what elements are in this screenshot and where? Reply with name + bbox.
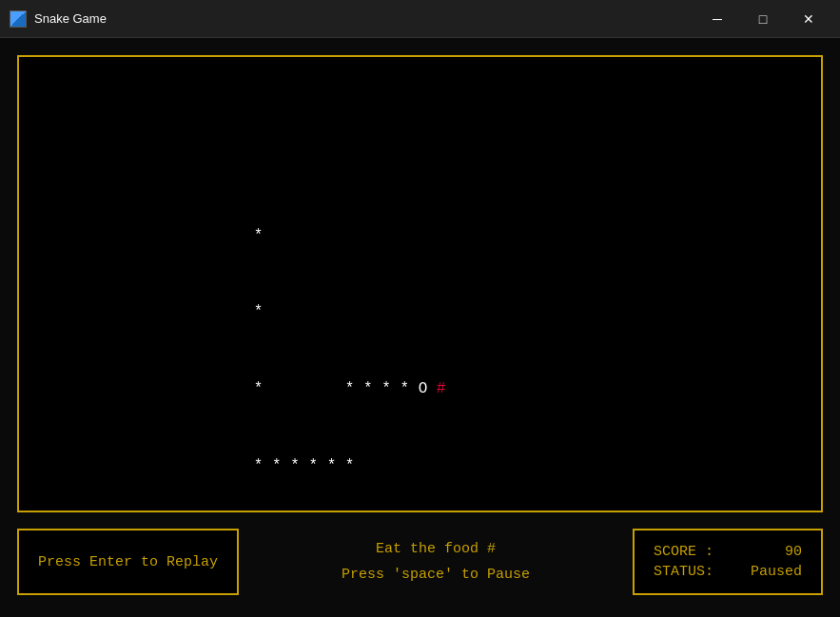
- snake-line-4: * * * * * *: [181, 430, 445, 503]
- score-row: SCORE : 90: [654, 544, 802, 560]
- status-value: Paused: [751, 564, 802, 580]
- title-bar: Snake Game ─ □ ✕: [0, 0, 840, 38]
- close-button[interactable]: ✕: [787, 5, 830, 33]
- info-line-1: Eat the food #: [376, 536, 496, 562]
- game-area: * * * * * * * O # * * * * * *: [17, 55, 823, 512]
- status-row: STATUS: Paused: [654, 564, 802, 580]
- score-panel: SCORE : 90 STATUS: Paused: [633, 529, 823, 595]
- score-label: SCORE :: [654, 544, 713, 560]
- replay-button[interactable]: Press Enter to Replay: [17, 529, 239, 595]
- main-content: * * * * * * * O # * * * * * * Press Ente…: [0, 38, 840, 617]
- snake-line-1: *: [181, 200, 445, 273]
- app-icon: [10, 10, 27, 28]
- window-title: Snake Game: [34, 11, 695, 26]
- bottom-bar: Press Enter to Replay Eat the food # Pre…: [17, 524, 823, 600]
- minimize-button[interactable]: ─: [695, 5, 739, 33]
- food-character: #: [437, 380, 446, 397]
- status-label: STATUS:: [654, 564, 713, 580]
- snake-line-2: *: [181, 277, 445, 350]
- snake-line-3: * * * * * O #: [181, 354, 445, 427]
- info-line-2: Press 'space' to Pause: [342, 562, 530, 588]
- window-controls: ─ □ ✕: [695, 5, 830, 33]
- center-info: Eat the food # Press 'space' to Pause: [258, 536, 614, 588]
- maximize-button[interactable]: □: [741, 5, 785, 33]
- snake-display: * * * * * * * O # * * * * * *: [181, 200, 445, 507]
- score-value: 90: [785, 544, 802, 560]
